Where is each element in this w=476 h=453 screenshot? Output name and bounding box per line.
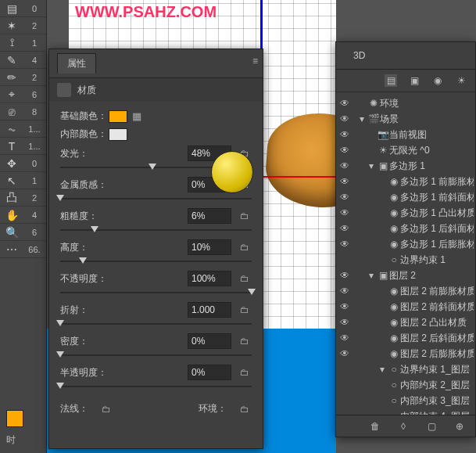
visibility-eye-icon[interactable]: 👁	[336, 317, 353, 328]
tool-icon[interactable]: ✥	[0, 155, 23, 172]
visibility-eye-icon[interactable]: 👁	[336, 286, 353, 297]
light-icon[interactable]: ◊	[397, 420, 410, 433]
twisty-icon[interactable]: ▾	[366, 160, 377, 171]
node-label[interactable]: 图层 2 凸出材质	[400, 316, 474, 329]
slider-thumb[interactable]	[149, 164, 156, 170]
tool-icon[interactable]: ✎	[0, 52, 23, 69]
node-label[interactable]: 多边形 1	[389, 160, 474, 173]
node-label[interactable]: 多边形 1 后斜面材	[400, 222, 474, 235]
tool-icon[interactable]: ⌖	[0, 86, 23, 103]
node-label[interactable]: 当前视图	[389, 128, 474, 142]
threeD-tab[interactable]: 3D	[344, 47, 374, 64]
node-label[interactable]: 边界约束 1_图层	[400, 363, 474, 376]
slider-value-input[interactable]	[188, 208, 231, 224]
folder-icon[interactable]: 🗀	[238, 273, 252, 284]
visibility-eye-icon[interactable]: 👁	[336, 160, 353, 171]
tool-icon[interactable]: T	[0, 138, 23, 155]
node-label[interactable]: 无限光 ^0	[389, 144, 474, 157]
slider-track[interactable]	[60, 194, 252, 205]
slider-value-input[interactable]	[188, 333, 231, 349]
slider-thumb[interactable]	[79, 257, 87, 264]
folder-icon[interactable]: 🗀	[238, 210, 252, 221]
node-label[interactable]: 多边形 1 前膨胀材	[400, 175, 474, 189]
inner-color-swatch[interactable]	[109, 128, 127, 141]
trash-icon[interactable]: 🗑	[369, 420, 381, 433]
slider-value-input[interactable]	[188, 302, 231, 318]
folder-icon[interactable]: 🗀	[238, 404, 252, 415]
folder-icon[interactable]: 🗀	[238, 304, 252, 315]
visibility-eye-icon[interactable]: 👁	[336, 113, 353, 124]
node-label[interactable]: 内部约束 3_图层	[400, 394, 474, 408]
slider-thumb[interactable]	[56, 195, 64, 201]
scene-tree[interactable]: 👁✺环境👁▾🎬场景👁📷当前视图👁☀无限光 ^0👁▾▣多边形 1👁◉多边形 1 前…	[336, 92, 475, 427]
slider-thumb[interactable]	[56, 351, 64, 358]
tool-icon[interactable]: ✏	[0, 69, 23, 86]
basic-color-swatch[interactable]	[109, 110, 127, 123]
slider-track[interactable]	[60, 225, 252, 236]
node-label[interactable]: 多边形 1 前斜面材	[400, 191, 474, 204]
folder-icon[interactable]: 🗀	[238, 367, 252, 378]
slider-track[interactable]	[60, 351, 252, 361]
visibility-eye-icon[interactable]: 👁	[336, 145, 353, 156]
slider-track[interactable]	[60, 382, 252, 393]
node-label[interactable]: 边界约束 1	[400, 253, 474, 267]
slider-track[interactable]	[60, 319, 252, 330]
tool-icon[interactable]: ▤	[0, 0, 23, 17]
tool-icon[interactable]: ⋯	[0, 241, 23, 258]
slider-value-input[interactable]	[188, 365, 231, 380]
slider-thumb[interactable]	[248, 289, 256, 295]
node-label[interactable]: 图层 2	[389, 269, 474, 282]
folder-icon[interactable]: 🗀	[238, 336, 252, 347]
tool-icon[interactable]: 🔍	[0, 224, 23, 241]
node-label[interactable]: 图层 2 前斜面材质	[400, 300, 474, 314]
render-icon[interactable]: ▢	[425, 420, 438, 433]
slider-thumb[interactable]	[56, 383, 64, 389]
panel-menu-icon[interactable]: ≡	[252, 56, 258, 67]
tool-icon[interactable]: ⟟	[0, 34, 23, 52]
tool-icon[interactable]: ⎚	[0, 103, 23, 120]
filter-mesh-icon[interactable]: ▣	[408, 74, 421, 87]
texture-picker-icon[interactable]: ▦	[132, 110, 145, 123]
visibility-eye-icon[interactable]: 👁	[336, 176, 353, 187]
tool-icon[interactable]: ✋	[0, 207, 23, 224]
folder-icon[interactable]: 🗀	[238, 242, 252, 253]
node-label[interactable]: 场景	[380, 113, 474, 126]
node-label[interactable]: 多边形 1 后膨胀材	[400, 238, 474, 251]
node-label[interactable]: 图层 2 后斜面材质	[400, 332, 474, 345]
visibility-eye-icon[interactable]: 👁	[336, 333, 353, 343]
twisty-icon[interactable]: ▾	[356, 113, 367, 124]
slider-value-input[interactable]	[188, 271, 231, 286]
filter-scene-icon[interactable]: ▤	[385, 74, 397, 87]
slider-track[interactable]	[60, 257, 252, 268]
node-label[interactable]: 内部约束 2_图层	[400, 379, 474, 392]
slider-track[interactable]	[60, 288, 252, 299]
slider-value-input[interactable]	[188, 239, 231, 255]
properties-tab[interactable]: 属性	[57, 53, 96, 74]
filter-material-icon[interactable]: ◉	[431, 74, 444, 87]
foreground-swatch[interactable]	[6, 410, 23, 427]
node-label[interactable]: 环境	[380, 97, 474, 110]
visibility-eye-icon[interactable]: 👁	[336, 98, 353, 109]
tool-icon[interactable]: ✶	[0, 17, 23, 34]
visibility-eye-icon[interactable]: 👁	[336, 129, 353, 140]
node-label[interactable]: 图层 2 前膨胀材质	[400, 285, 474, 298]
visibility-eye-icon[interactable]: 👁	[336, 348, 353, 359]
visibility-eye-icon[interactable]: 👁	[336, 270, 353, 281]
material-preview-sphere[interactable]	[211, 151, 253, 193]
node-label[interactable]: 图层 2 后膨胀材质	[400, 347, 474, 361]
node-label[interactable]: 多边形 1 凸出材质	[400, 207, 474, 220]
visibility-eye-icon[interactable]: 👁	[336, 223, 353, 234]
slider-thumb[interactable]	[56, 320, 64, 326]
folder-icon[interactable]: 🗀	[99, 404, 113, 415]
visibility-eye-icon[interactable]: 👁	[336, 301, 353, 312]
tool-icon[interactable]: 凸	[0, 189, 23, 207]
filter-light-icon[interactable]: ☀	[455, 74, 467, 87]
tool-icon[interactable]: ⏦	[0, 120, 23, 138]
twisty-icon[interactable]: ▾	[366, 270, 377, 281]
tool-icon[interactable]: ↖	[0, 172, 23, 189]
visibility-eye-icon[interactable]: 👁	[336, 192, 353, 203]
visibility-eye-icon[interactable]: 👁	[336, 239, 353, 250]
new-icon[interactable]: ⊕	[453, 420, 466, 433]
slider-thumb[interactable]	[91, 226, 98, 232]
visibility-eye-icon[interactable]: 👁	[336, 207, 353, 218]
